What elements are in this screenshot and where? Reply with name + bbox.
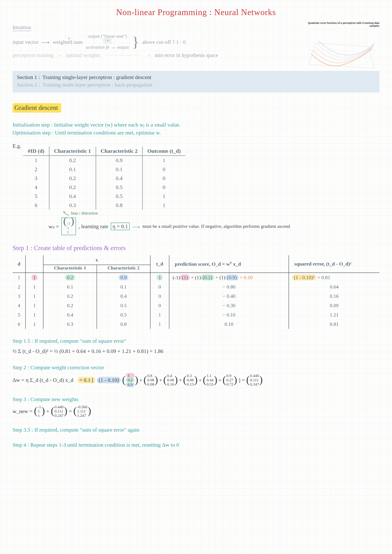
- w0-vector: (-111): [61, 218, 76, 235]
- table-cell: 4: [23, 183, 49, 192]
- step-3-text: Compute new weights: [30, 396, 78, 402]
- table-cell: 1.21: [289, 310, 379, 319]
- table-cell: 0.1: [97, 282, 150, 291]
- table-cell: 0.10: [169, 319, 288, 329]
- step-4-label: Step 4 :: [13, 442, 29, 448]
- table-cell: 0: [142, 174, 185, 183]
- eg-col-outcome: Outcome (t_d): [142, 146, 185, 156]
- table-cell: 0.9: [97, 273, 150, 282]
- table-cell: 0.81: [289, 319, 379, 329]
- table-cell: 0.1: [96, 165, 143, 174]
- label-activation: activation fn: [86, 45, 110, 50]
- step-3-label: Step 3 :: [13, 396, 29, 402]
- eta-value: η = 0.1: [111, 223, 130, 230]
- pt-col-pred: prediction score, O_d = wᵀ x_d: [169, 255, 288, 273]
- step-35-text: If required, compute "sum of square erro…: [35, 427, 139, 433]
- table-cell: 0: [150, 282, 169, 291]
- eg-col-id: #ID (d): [23, 146, 49, 156]
- table-cell: 0.2: [49, 183, 96, 192]
- table-cell: 0.5: [97, 301, 150, 310]
- intuition-heading: Intuition: [13, 24, 31, 31]
- table-row: 50.40.51: [23, 192, 185, 201]
- table-cell: 1: [150, 310, 169, 319]
- table-row: 210.10.10− 0.800.64: [13, 282, 379, 291]
- table-cell: 0.5: [96, 192, 143, 201]
- table-cell: 0.9: [96, 156, 143, 165]
- pt-col-c2: Characteristic 2: [97, 265, 150, 273]
- opt-step-text: Optimisation step : Until termination co…: [13, 130, 379, 136]
- eta-highlight: = 0.1 [: [77, 377, 95, 383]
- prediction-table: d x t_d prediction score, O_d = wᵀ x_d s…: [13, 255, 379, 329]
- eg-col-c2: Characteristic 2: [96, 146, 143, 156]
- table-cell: 1: [23, 156, 49, 165]
- arrow-icon: →: [57, 52, 62, 59]
- eta-note: must be a small positive value. If negat…: [142, 224, 290, 229]
- table-cell: 2: [13, 282, 26, 291]
- table-cell: 0.8: [96, 201, 143, 210]
- table-row: 20.10.10: [23, 165, 185, 174]
- step-2-label: Step 2 :: [13, 364, 29, 370]
- table-cell: − 0.30: [169, 301, 288, 310]
- table-cell: 1: [142, 156, 185, 165]
- surface-plot-caption: Quadratic error function of a perceptron…: [304, 21, 379, 27]
- table-cell: 4: [13, 301, 26, 310]
- vector: (0.40.080.16): [163, 374, 178, 387]
- init-step-text: Initialisation step : Initialise weight …: [13, 122, 379, 128]
- table-cell: 5: [13, 310, 26, 319]
- page-title: Non-linear Programming : Neural Networks: [13, 7, 379, 17]
- table-cell: 0: [150, 291, 169, 301]
- step-3-equation: w_new = (-111) + (0.4400.1110.247) = (-0…: [13, 405, 379, 418]
- table-cell: 0.4: [97, 291, 150, 301]
- table-row: 510.40.51− 0.101.21: [13, 310, 379, 319]
- label-output: output: [117, 45, 129, 50]
- pt-col-sqerr: squared error, (t_d - O_d)²: [289, 255, 379, 273]
- table-cell: 0.4: [49, 192, 96, 201]
- table-cell: 1: [26, 319, 43, 329]
- table-cell: − 0.10: [169, 310, 288, 319]
- up-arrow-icon: ↑: [67, 35, 71, 43]
- table-cell: 0: [142, 165, 185, 174]
- label-input-vector: input vector: [13, 39, 38, 45]
- bias-note: bias / distortion: [71, 211, 98, 215]
- table-cell: 0.16: [289, 291, 379, 301]
- table-cell: 0: [150, 301, 169, 310]
- surface-plot-widget: Quadratic error function of a perceptron…: [304, 21, 379, 77]
- table-cell: 0.8: [97, 319, 150, 329]
- table-cell: 1: [26, 282, 43, 291]
- step-2-text: Compute weight correction vector: [30, 364, 104, 370]
- intuition-diagram: Intuition input vector ⟶ weighted sum ou…: [13, 24, 282, 60]
- table-cell: 3: [23, 174, 49, 183]
- table-row: 40.20.50: [23, 183, 185, 192]
- table-row: 610.30.810.100.81: [13, 319, 379, 329]
- table-cell: 0.2: [43, 301, 97, 310]
- eg-col-c1: Characteristic 1: [49, 146, 96, 156]
- table-row: 110.20.91(-1)(1) + (1)(0.2) + (1)(0.9) =…: [13, 273, 379, 282]
- label-optimal-weights: optimal weights: [66, 52, 100, 58]
- pt-col-x: x: [43, 255, 150, 265]
- table-cell: 1: [142, 201, 185, 210]
- step-4-text: Repeat steps 1-3 until termination condi…: [30, 442, 179, 448]
- step-15-label: Step 1.5 :: [13, 338, 33, 344]
- step-15-equation: ½ Σ (t_d - O_d)² = ½ (0.81 + 0.64 + 0.16…: [13, 347, 379, 355]
- step-1-heading: Step 1 : Create table of predictions & e…: [13, 244, 379, 252]
- table-row: 10.20.91: [23, 156, 185, 165]
- table-cell: 0.2: [49, 174, 96, 183]
- vector: (0.30.060.15): [183, 374, 197, 387]
- step-35-label: Step 3.5 :: [13, 427, 33, 433]
- table-row: 410.20.50− 0.300.09: [13, 301, 379, 310]
- table-cell: 0.09: [289, 301, 379, 310]
- table-cell: 0.3: [43, 319, 97, 329]
- table-cell: 0.1: [49, 165, 96, 174]
- table-cell: 0: [142, 183, 185, 192]
- arrow-icon: ⟶: [132, 224, 140, 230]
- table-cell: − 0.40: [169, 291, 288, 301]
- table-cell: − 0.80: [169, 282, 288, 291]
- pt-col-c1: Characteristic 1: [43, 265, 97, 273]
- table-cell: 1: [142, 192, 185, 201]
- section-1-text: Training single-layer perceptron : gradi…: [42, 74, 151, 80]
- section-2-text: Training multi-layer perceptron : back-p…: [42, 82, 152, 88]
- table-cell: 1: [26, 273, 43, 282]
- table-row: 30.20.40: [23, 174, 185, 183]
- vector: (0.80.080.08): [143, 374, 158, 387]
- w0-label: w₀ =: [49, 223, 59, 230]
